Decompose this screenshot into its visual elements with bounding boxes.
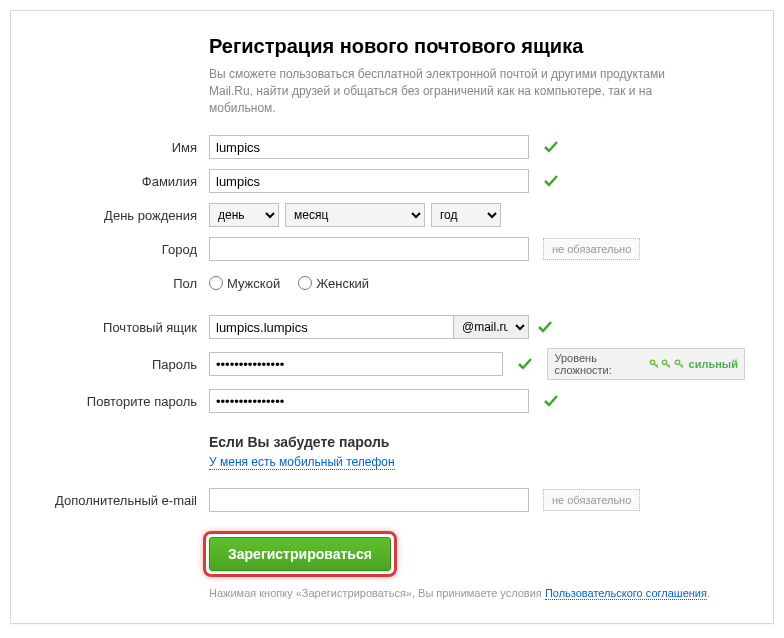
password-repeat-input[interactable] xyxy=(209,389,529,413)
year-select[interactable]: год xyxy=(431,203,501,227)
mobile-phone-link[interactable]: У меня есть мобильный телефон xyxy=(209,455,395,470)
month-select[interactable]: месяц xyxy=(285,203,425,227)
checkmark-icon xyxy=(543,173,559,189)
svg-point-2 xyxy=(675,360,679,364)
svg-point-1 xyxy=(663,360,667,364)
firstname-input[interactable] xyxy=(209,135,529,159)
registration-card: Регистрация нового почтового ящика Вы см… xyxy=(10,10,774,624)
firstname-label: Имя xyxy=(39,140,209,155)
gender-label: Пол xyxy=(39,276,209,291)
checkmark-icon xyxy=(517,356,533,372)
password-strength-meter: Уровень сложности: сильный xyxy=(547,348,745,380)
day-select[interactable]: день xyxy=(209,203,279,227)
checkmark-icon xyxy=(543,393,559,409)
strength-label: Уровень сложности: xyxy=(554,352,644,376)
key-icon xyxy=(661,358,672,370)
password-repeat-label: Повторите пароль xyxy=(39,394,209,409)
footer-suffix: . xyxy=(707,587,710,599)
mailbox-label: Почтовый ящик xyxy=(39,320,209,335)
forgot-title: Если Вы забудете пароль xyxy=(209,434,745,450)
register-button[interactable]: Зарегистрироваться xyxy=(209,537,391,571)
page-subtitle: Вы сможете пользоваться бесплатной элект… xyxy=(209,66,709,116)
checkmark-icon xyxy=(543,139,559,155)
page-title: Регистрация нового почтового ящика xyxy=(209,35,745,58)
password-input[interactable] xyxy=(209,352,503,376)
terms-footer: Нажимая кнопку «Зарегистрироваться», Вы … xyxy=(209,587,745,599)
domain-select[interactable]: @mail.ru xyxy=(454,315,529,339)
key-icon xyxy=(649,358,660,370)
strength-value: сильный xyxy=(689,358,738,370)
terms-link[interactable]: Пользовательского соглашения xyxy=(545,587,707,600)
key-icon xyxy=(674,358,685,370)
alt-email-input[interactable] xyxy=(209,488,529,512)
footer-prefix: Нажимая кнопку «Зарегистрироваться», Вы … xyxy=(209,587,545,599)
city-label: Город xyxy=(39,242,209,257)
lastname-input[interactable] xyxy=(209,169,529,193)
gender-male-option[interactable]: Мужской xyxy=(209,276,280,291)
optional-hint: не обязательно xyxy=(543,489,640,511)
svg-point-0 xyxy=(650,360,654,364)
alt-email-label: Дополнительный e-mail xyxy=(39,493,209,508)
city-input[interactable] xyxy=(209,237,529,261)
gender-female-option[interactable]: Женский xyxy=(298,276,369,291)
gender-male-radio[interactable] xyxy=(209,276,223,290)
optional-hint: не обязательно xyxy=(543,238,640,260)
lastname-label: Фамилия xyxy=(39,174,209,189)
checkmark-icon xyxy=(537,319,553,335)
password-label: Пароль xyxy=(39,357,209,372)
gender-female-radio[interactable] xyxy=(298,276,312,290)
mailbox-input[interactable] xyxy=(209,315,454,339)
birthday-label: День рождения xyxy=(39,208,209,223)
